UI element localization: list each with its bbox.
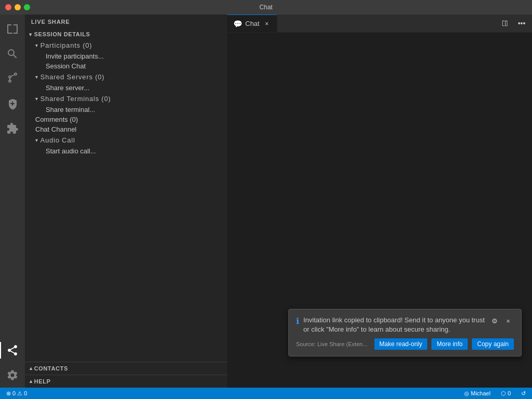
activity-extensions[interactable] <box>0 116 25 141</box>
start-audio-call-item[interactable]: Start audio call... <box>25 146 227 156</box>
notification-header: ℹ Invitation link copied to clipboard! S… <box>296 316 514 334</box>
contacts-chevron: ▸ <box>27 367 33 370</box>
warning-icon: ⚠ <box>17 390 22 397</box>
chat-tab-icon: 💬 <box>233 20 242 28</box>
contacts-header[interactable]: ▸ Contacts <box>25 362 227 375</box>
section-details-label: SESSION DETAILS <box>34 31 90 37</box>
more-actions-button[interactable]: ••• <box>515 17 528 30</box>
minimize-button[interactable] <box>15 4 21 10</box>
more-info-button[interactable]: More info <box>431 338 468 350</box>
help-chevron: ▸ <box>27 380 33 383</box>
audio-call-label: Audio Call <box>40 136 75 144</box>
status-live-share[interactable]: ⬡ 0 <box>499 388 513 399</box>
error-count: 0 <box>12 390 16 396</box>
shared-terminals-header[interactable]: ▾ Shared Terminals (0) <box>25 93 227 105</box>
chat-tab-close[interactable]: × <box>262 20 271 28</box>
error-icon: ⊗ <box>6 390 11 397</box>
sidebar-footer: ▸ Contacts ▸ Help <box>25 362 227 388</box>
notification-source: Source: Live Share (Exten... <box>296 341 370 347</box>
activity-bar <box>0 15 25 388</box>
sidebar-content: ▾ SESSION DETAILS ▾ Participants (0) Inv… <box>25 29 227 362</box>
history-icon: ↺ <box>521 390 526 397</box>
notification-settings-button[interactable]: ⚙ <box>489 316 500 327</box>
status-errors[interactable]: ⊗ 0 ⚠ 0 <box>4 388 29 399</box>
chat-tab-label: Chat <box>245 20 259 27</box>
app-body: Live Share ▾ SESSION DETAILS ▾ Participa… <box>0 15 532 388</box>
participants-chevron: ▾ <box>35 42 38 48</box>
live-share-count: 0 <box>508 390 511 396</box>
shared-terminals-chevron: ▾ <box>35 96 38 102</box>
user-icon: ◎ <box>464 390 469 397</box>
shared-servers-header[interactable]: ▾ Shared Servers (0) <box>25 71 227 83</box>
session-chat-item[interactable]: Session Chat <box>25 61 227 71</box>
activity-source-control[interactable] <box>0 66 25 91</box>
audio-call-chevron: ▾ <box>35 137 38 143</box>
shared-terminals-label: Shared Terminals (0) <box>40 95 111 103</box>
status-bar: ⊗ 0 ⚠ 0 ◎ Michael ⬡ 0 ↺ <box>0 388 532 399</box>
contacts-section: ▸ Contacts <box>25 362 227 375</box>
notification-close-button[interactable]: × <box>502 316 514 327</box>
status-history[interactable]: ↺ <box>519 388 528 399</box>
help-header[interactable]: ▸ Help <box>25 375 227 388</box>
activity-live-share[interactable] <box>0 338 25 363</box>
close-button[interactable] <box>5 4 11 10</box>
tab-bar-actions: ••• <box>499 15 528 32</box>
tab-bar: 💬 Chat × ••• <box>227 15 532 33</box>
split-editor-button[interactable] <box>499 17 511 30</box>
help-section: ▸ Help <box>25 375 227 388</box>
invite-participants-item[interactable]: Invite participants... <box>25 51 227 61</box>
notification-message: Invitation link copied to clipboard! Sen… <box>303 316 485 334</box>
share-terminal-item[interactable]: Share terminal... <box>25 105 227 115</box>
window-controls <box>5 4 30 10</box>
activity-explorer[interactable] <box>0 17 25 41</box>
sidebar: Live Share ▾ SESSION DETAILS ▾ Participa… <box>25 15 227 388</box>
shared-servers-chevron: ▾ <box>35 74 38 80</box>
maximize-button[interactable] <box>24 4 30 10</box>
editor-content: ℹ Invitation link copied to clipboard! S… <box>227 33 532 388</box>
participants-label: Participants (0) <box>40 41 92 49</box>
comments-item[interactable]: Comments (0) <box>25 115 227 124</box>
status-user[interactable]: ◎ Michael <box>462 388 493 399</box>
participants-header[interactable]: ▾ Participants (0) <box>25 39 227 51</box>
warning-count: 0 <box>24 390 27 396</box>
title-bar: Chat <box>0 0 532 15</box>
chat-tab[interactable]: 💬 Chat × <box>227 15 277 32</box>
live-share-status-icon: ⬡ <box>501 390 506 397</box>
activity-settings[interactable] <box>0 363 25 388</box>
info-icon: ℹ <box>296 316 299 326</box>
notification-top-actions: ⚙ × <box>489 316 514 327</box>
notification-footer: Source: Live Share (Exten... Make read-o… <box>296 338 514 350</box>
share-server-item[interactable]: Share server... <box>25 83 227 93</box>
contacts-label: Contacts <box>34 365 68 372</box>
section-details-header[interactable]: ▾ SESSION DETAILS <box>25 29 227 39</box>
user-name: Michael <box>471 390 491 396</box>
chat-channel-item[interactable]: Chat Channel <box>25 124 227 134</box>
chevron-icon: ▾ <box>29 32 32 37</box>
copy-again-button[interactable]: Copy again <box>472 338 514 350</box>
sidebar-header: Live Share <box>25 15 227 29</box>
editor-area: 💬 Chat × ••• ℹ Invitation link copied to <box>227 15 532 388</box>
make-read-only-button[interactable]: Make read-only <box>374 338 428 350</box>
activity-search[interactable] <box>0 41 25 66</box>
notification-popup: ℹ Invitation link copied to clipboard! S… <box>288 309 522 357</box>
help-label: Help <box>34 378 51 384</box>
activity-run[interactable] <box>0 91 25 116</box>
audio-call-header[interactable]: ▾ Audio Call <box>25 134 227 146</box>
window-title: Chat <box>259 4 272 11</box>
shared-servers-label: Shared Servers (0) <box>40 73 105 81</box>
